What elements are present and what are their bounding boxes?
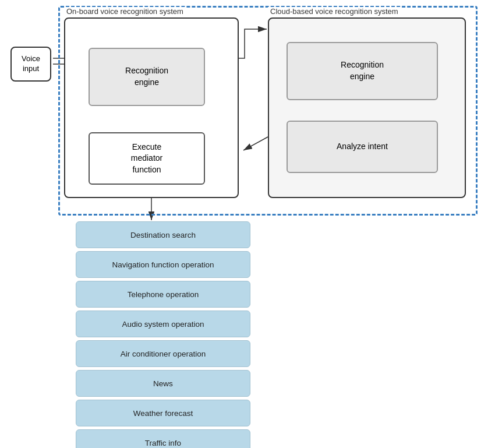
mediator-box: Execute mediator function [89,132,205,185]
onboard-recognition-label: Recognition engine [125,65,168,88]
function-item-5: News [76,370,250,397]
voice-input-label: Voice input [22,54,40,74]
function-item-3: Audio system operation [76,311,250,337]
onboard-system-label: On-board voice recognition system [64,7,186,16]
cloud-recognition-box: Recognition engine [287,42,438,100]
cloud-system-label: Cloud-based voice recognition system [268,7,401,16]
onboard-recognition-box: Recognition engine [89,48,205,106]
diagram-container: Voice input On-board voice recognition s… [0,0,495,448]
function-item-0: Destination search [76,221,250,248]
function-item-2: Telephone operation [76,281,250,308]
function-item-7: Traffic info [76,429,250,448]
function-item-1: Navigation function operation [76,251,250,278]
function-item-4: Air conditioner operation [76,340,250,367]
function-item-6: Weather forecast [76,400,250,426]
mediator-label: Execute mediator function [131,142,162,176]
analyze-intent-label: Analyze intent [337,141,388,153]
onboard-system-box: Recognition engine Execute mediator func… [64,17,239,198]
function-list: Destination searchNavigation function op… [76,221,250,448]
analyze-intent-box: Analyze intent [287,121,438,173]
cloud-system-box: Recognition engine Analyze intent [268,17,466,198]
voice-input-box: Voice input [10,47,51,82]
cloud-recognition-label: Recognition engine [341,59,384,82]
